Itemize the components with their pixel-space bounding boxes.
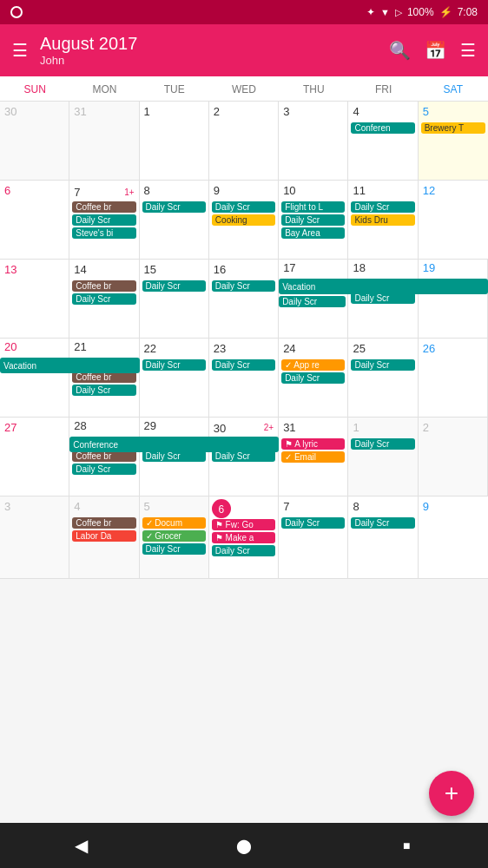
day-cell-aug-18[interactable]: 18 Daily Scr [348,260,418,338]
event-daily-scr[interactable]: Daily Scr [72,293,135,305]
day-cell-sep-6-today[interactable]: 6 ⚑ Fw: Go ⚑ Make a Daily Scr [209,496,279,578]
status-right: ✦ ▼ ▷ 100% ⚡ 7:08 [366,6,478,18]
event-labor-da[interactable]: Labor Da [72,530,135,542]
event-daily-scr[interactable]: Daily Scr [212,545,275,556]
day-cell-aug-10[interactable]: 10 Flight to L Daily Scr Bay Area [279,181,348,259]
day-cell-aug-19[interactable]: 19 [419,260,488,338]
event-make-a[interactable]: ⚑ Make a [212,532,275,543]
day-cell-aug-30[interactable]: 302+ Daily Scr [209,418,279,496]
day-cell-aug-20[interactable]: 20 [0,339,69,417]
home-button[interactable]: ⬤ [227,828,261,863]
event-flight[interactable]: Flight to L [281,201,345,213]
view-options-button[interactable]: ☰ [460,40,476,61]
calendar-today-button[interactable]: 📅 [425,40,446,61]
day-cell-aug-11[interactable]: 11 Daily Scr Kids Dru [348,181,418,259]
day-cell-sep-3[interactable]: 3 [0,496,69,578]
day-cell-aug-31[interactable]: 31 ⚑ A lyric ✓ Email [279,418,348,496]
event-daily-scr[interactable]: Daily Scr [351,517,414,529]
day-cell-aug-26[interactable]: 26 [419,339,488,417]
day-num: 8 [142,182,206,200]
event-daily-scr[interactable]: Daily Scr [212,201,275,213]
event-coffee-br[interactable]: Coffee br [72,280,135,292]
event-vacation-w3[interactable]: Vacation [279,279,488,294]
day-num: 29 [142,418,206,435]
event-kids-dru[interactable]: Kids Dru [351,214,414,226]
event-fw-go[interactable]: ⚑ Fw: Go [212,519,275,530]
event-daily-scr[interactable]: Daily Scr [212,359,275,371]
day-cell-sep-7[interactable]: 7 Daily Scr [279,496,348,578]
day-cell-aug-7[interactable]: 71+ Coffee br Daily Scr Steve's bi [69,181,139,259]
event-app-re[interactable]: ✓ App re [281,359,345,371]
day-cell-aug-16[interactable]: 16 Daily Scr [209,260,279,338]
event-coffee-br[interactable]: Coffee br [72,517,135,529]
day-cell-aug-23[interactable]: 23 Daily Scr [209,339,279,417]
search-button[interactable]: 🔍 [389,40,411,61]
event-conference[interactable]: Conferen [351,122,414,134]
day-cell-aug-21[interactable]: 21 Coffee br Daily Scr [69,339,139,417]
event-daily-scr[interactable]: Daily Scr [351,438,414,450]
day-cell-aug-12[interactable]: 12 [419,181,488,259]
day-num: 302+ [212,418,275,435]
day-cell-30-jul[interactable]: 30 [0,102,69,180]
status-bar: ✦ ▼ ▷ 100% ⚡ 7:08 [0,0,488,24]
day-cell-sep-8[interactable]: 8 Daily Scr [348,496,418,578]
day-cell-aug-15[interactable]: 15 Daily Scr [140,260,209,338]
event-daily-scr[interactable]: Daily Scr [281,214,345,226]
day-cell-aug-22[interactable]: 22 Daily Scr [140,339,209,417]
event-daily-scr[interactable]: Daily Scr [142,359,206,371]
event-steves-bi[interactable]: Steve's bi [72,227,135,239]
day-cell-aug-6[interactable]: 6 [0,181,69,259]
event-cooking[interactable]: Cooking [212,214,275,226]
event-conference-w5[interactable]: Conference [69,437,279,452]
day-cell-aug-3[interactable]: 3 [279,102,348,180]
event-a-lyric[interactable]: ⚑ A lyric [281,438,345,450]
event-daily-scr[interactable]: Daily Scr [212,280,275,292]
event-docum[interactable]: ✓ Docum [142,517,206,529]
day-cell-aug-25[interactable]: 25 Daily Scr [348,339,418,417]
event-daily-scr[interactable]: Daily Scr [281,372,345,384]
day-cell-aug-4[interactable]: 4 Conferen [348,102,418,180]
day-cell-aug-27[interactable]: 27 [0,418,69,496]
event-email[interactable]: ✓ Email [281,451,345,463]
day-cell-aug-14[interactable]: 14 Coffee br Daily Scr [69,260,139,338]
day-cell-sep-9[interactable]: 9 [419,496,488,578]
day-cell-aug-13[interactable]: 13 [0,260,69,338]
recent-apps-button[interactable]: ■ [389,828,424,863]
day-cell-sep-5[interactable]: 5 ✓ Docum ✓ Grocer Daily Scr [140,496,209,578]
day-cell-aug-29[interactable]: 29 Daily Scr [140,418,209,496]
day-cell-aug-24[interactable]: 24 ✓ App re Daily Scr [279,339,348,417]
event-grocer[interactable]: ✓ Grocer [142,530,206,542]
menu-button[interactable]: ☰ [12,40,28,61]
event-vacation-w4[interactable]: Vacation [0,358,140,373]
day-cell-sep-4[interactable]: 4 Coffee br Labor Da [69,496,139,578]
day-cell-sep-1[interactable]: 1 Daily Scr [348,418,418,496]
back-button[interactable]: ◀ [64,828,99,863]
event-daily-scr[interactable]: Daily Scr [72,385,135,396]
day-cell-aug-5[interactable]: 5 Brewery T [419,102,488,180]
event-daily-scr[interactable]: Daily Scr [72,214,135,226]
event-daily-17[interactable]: Daily Scr [279,296,346,307]
app-header: ☰ August 2017 John 🔍 📅 ☰ [0,24,488,76]
day-cell-aug-9[interactable]: 9 Daily Scr Cooking [209,181,279,259]
day-cell-aug-1[interactable]: 1 [140,102,209,180]
event-daily-scr[interactable]: Daily Scr [351,359,414,371]
header-icons: 🔍 📅 ☰ [389,40,476,61]
day-cell-sep-2[interactable]: 2 [419,418,488,496]
day-num: 25 [351,340,414,358]
event-daily-scr[interactable]: Daily Scr [142,543,206,555]
event-daily-scr[interactable]: Daily Scr [142,280,206,292]
day-cell-31-jul[interactable]: 31 [69,102,139,180]
event-daily-scr[interactable]: Daily Scr [72,464,135,475]
add-event-fab[interactable]: + [429,771,474,816]
event-coffee-br[interactable]: Coffee br [72,201,135,213]
day-num: 4 [72,498,135,516]
event-bay-area[interactable]: Bay Area [281,227,345,239]
day-cell-aug-2[interactable]: 2 [209,102,279,180]
event-daily-scr[interactable]: Daily Scr [281,517,345,529]
week-row-5: 27 28 Coffee br Daily Scr 29 Daily Scr 3… [0,418,488,496]
event-brewery[interactable]: Brewery T [421,122,485,134]
day-cell-aug-8[interactable]: 8 Daily Scr [140,181,209,259]
event-daily-scr[interactable]: Daily Scr [142,201,206,213]
event-daily-scr[interactable]: Daily Scr [351,201,414,213]
day-cell-aug-28[interactable]: 28 Coffee br Daily Scr [69,418,139,496]
